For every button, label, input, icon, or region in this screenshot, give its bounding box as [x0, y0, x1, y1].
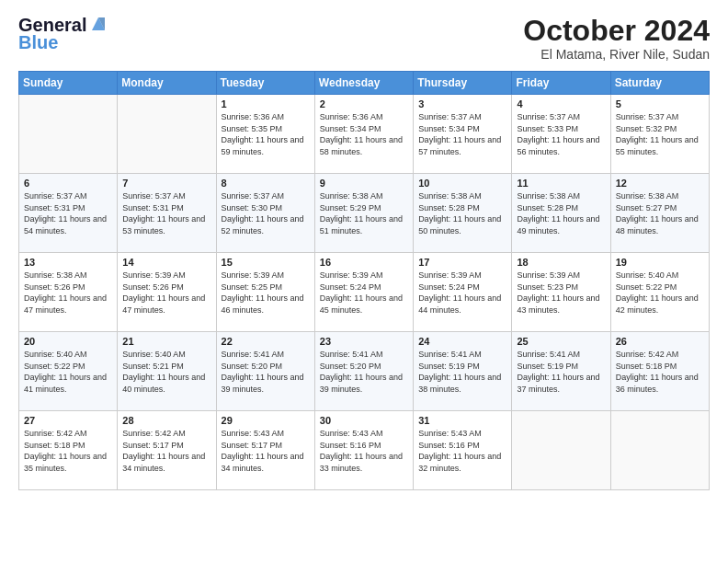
calendar-cell: 11Sunrise: 5:38 AMSunset: 5:28 PMDayligh… [512, 174, 610, 253]
calendar-cell: 8Sunrise: 5:37 AMSunset: 5:30 PMDaylight… [216, 174, 314, 253]
cell-content: Sunrise: 5:37 AMSunset: 5:34 PMDaylight:… [418, 111, 506, 157]
calendar-cell: 12Sunrise: 5:38 AMSunset: 5:27 PMDayligh… [610, 174, 709, 253]
logo: General Blue [18, 15, 108, 53]
calendar-cell: 9Sunrise: 5:38 AMSunset: 5:29 PMDaylight… [314, 174, 413, 253]
day-number: 9 [320, 178, 408, 189]
cell-content: Sunrise: 5:36 AMSunset: 5:35 PMDaylight:… [222, 111, 310, 157]
day-number: 24 [418, 336, 506, 347]
cell-content: Sunrise: 5:37 AMSunset: 5:31 PMDaylight:… [24, 190, 112, 236]
day-number: 3 [418, 98, 506, 109]
calendar-week-1: 1Sunrise: 5:36 AMSunset: 5:35 PMDaylight… [19, 95, 710, 174]
cell-content: Sunrise: 5:38 AMSunset: 5:27 PMDaylight:… [616, 190, 704, 236]
calendar-cell: 16Sunrise: 5:39 AMSunset: 5:24 PMDayligh… [314, 253, 413, 332]
cell-content: Sunrise: 5:42 AMSunset: 5:18 PMDaylight:… [616, 349, 704, 395]
cell-content: Sunrise: 5:39 AMSunset: 5:23 PMDaylight:… [517, 270, 605, 316]
day-number: 6 [24, 178, 112, 189]
page-header: General Blue October 2024 El Matama, Riv… [18, 15, 710, 62]
cell-content: Sunrise: 5:37 AMSunset: 5:32 PMDaylight:… [616, 111, 704, 157]
calendar-week-3: 13Sunrise: 5:38 AMSunset: 5:26 PMDayligh… [19, 253, 710, 332]
cell-content: Sunrise: 5:41 AMSunset: 5:19 PMDaylight:… [418, 349, 506, 395]
calendar-week-2: 6Sunrise: 5:37 AMSunset: 5:31 PMDaylight… [19, 174, 710, 253]
calendar-header-row: SundayMondayTuesdayWednesdayThursdayFrid… [19, 72, 710, 95]
cell-content: Sunrise: 5:39 AMSunset: 5:24 PMDaylight:… [320, 270, 408, 316]
cell-content: Sunrise: 5:37 AMSunset: 5:30 PMDaylight:… [222, 190, 310, 236]
calendar-cell: 29Sunrise: 5:43 AMSunset: 5:17 PMDayligh… [216, 411, 314, 490]
cell-content: Sunrise: 5:41 AMSunset: 5:20 PMDaylight:… [320, 349, 408, 395]
day-number: 20 [24, 336, 112, 347]
cell-content: Sunrise: 5:38 AMSunset: 5:28 PMDaylight:… [517, 190, 605, 236]
cell-content: Sunrise: 5:41 AMSunset: 5:20 PMDaylight:… [222, 349, 310, 395]
calendar-cell: 2Sunrise: 5:36 AMSunset: 5:34 PMDaylight… [314, 95, 413, 174]
header-saturday: Saturday [610, 72, 709, 95]
day-number: 15 [222, 257, 310, 268]
cell-content: Sunrise: 5:39 AMSunset: 5:24 PMDaylight:… [418, 270, 506, 316]
day-number: 14 [122, 257, 210, 268]
day-number: 25 [517, 336, 605, 347]
cell-content: Sunrise: 5:37 AMSunset: 5:31 PMDaylight:… [122, 190, 210, 236]
day-number: 18 [517, 257, 605, 268]
location: El Matama, River Nile, Sudan [523, 47, 710, 62]
cell-content: Sunrise: 5:39 AMSunset: 5:26 PMDaylight:… [122, 270, 210, 316]
day-number: 23 [320, 336, 408, 347]
calendar-cell [19, 95, 118, 174]
day-number: 13 [24, 257, 112, 268]
cell-content: Sunrise: 5:43 AMSunset: 5:17 PMDaylight:… [222, 428, 310, 474]
cell-content: Sunrise: 5:43 AMSunset: 5:16 PMDaylight:… [418, 428, 506, 474]
calendar-cell: 25Sunrise: 5:41 AMSunset: 5:19 PMDayligh… [512, 332, 610, 411]
day-number: 7 [122, 178, 210, 189]
calendar-cell: 6Sunrise: 5:37 AMSunset: 5:31 PMDaylight… [19, 174, 118, 253]
calendar-cell [610, 411, 709, 490]
cell-content: Sunrise: 5:43 AMSunset: 5:16 PMDaylight:… [320, 428, 408, 474]
calendar-cell: 14Sunrise: 5:39 AMSunset: 5:26 PMDayligh… [118, 253, 216, 332]
cell-content: Sunrise: 5:36 AMSunset: 5:34 PMDaylight:… [320, 111, 408, 157]
day-number: 28 [122, 415, 210, 426]
header-thursday: Thursday [414, 72, 512, 95]
cell-content: Sunrise: 5:40 AMSunset: 5:21 PMDaylight:… [122, 349, 210, 395]
title-block: October 2024 El Matama, River Nile, Suda… [523, 15, 710, 62]
calendar-cell: 21Sunrise: 5:40 AMSunset: 5:21 PMDayligh… [118, 332, 216, 411]
cell-content: Sunrise: 5:38 AMSunset: 5:29 PMDaylight:… [320, 190, 408, 236]
calendar-week-4: 20Sunrise: 5:40 AMSunset: 5:22 PMDayligh… [19, 332, 710, 411]
day-number: 17 [418, 257, 506, 268]
calendar-cell: 18Sunrise: 5:39 AMSunset: 5:23 PMDayligh… [512, 253, 610, 332]
calendar-cell: 28Sunrise: 5:42 AMSunset: 5:17 PMDayligh… [118, 411, 216, 490]
calendar-cell: 30Sunrise: 5:43 AMSunset: 5:16 PMDayligh… [314, 411, 413, 490]
calendar-body: 1Sunrise: 5:36 AMSunset: 5:35 PMDaylight… [19, 95, 710, 490]
calendar-cell: 5Sunrise: 5:37 AMSunset: 5:32 PMDaylight… [610, 95, 709, 174]
day-number: 22 [222, 336, 310, 347]
cell-content: Sunrise: 5:38 AMSunset: 5:28 PMDaylight:… [418, 190, 506, 236]
day-number: 30 [320, 415, 408, 426]
calendar-cell: 3Sunrise: 5:37 AMSunset: 5:34 PMDaylight… [414, 95, 512, 174]
calendar-table: SundayMondayTuesdayWednesdayThursdayFrid… [18, 71, 710, 490]
day-number: 5 [616, 98, 704, 109]
day-number: 19 [616, 257, 704, 268]
calendar-cell: 4Sunrise: 5:37 AMSunset: 5:33 PMDaylight… [512, 95, 610, 174]
header-wednesday: Wednesday [314, 72, 413, 95]
calendar-cell: 24Sunrise: 5:41 AMSunset: 5:19 PMDayligh… [414, 332, 512, 411]
calendar-cell: 10Sunrise: 5:38 AMSunset: 5:28 PMDayligh… [414, 174, 512, 253]
day-number: 11 [517, 178, 605, 189]
calendar-cell [118, 95, 216, 174]
calendar-cell: 19Sunrise: 5:40 AMSunset: 5:22 PMDayligh… [610, 253, 709, 332]
day-number: 16 [320, 257, 408, 268]
day-number: 26 [616, 336, 704, 347]
day-number: 1 [222, 98, 310, 109]
calendar-cell: 31Sunrise: 5:43 AMSunset: 5:16 PMDayligh… [414, 411, 512, 490]
cell-content: Sunrise: 5:42 AMSunset: 5:17 PMDaylight:… [122, 428, 210, 474]
month-title: October 2024 [523, 15, 710, 47]
day-number: 21 [122, 336, 210, 347]
header-sunday: Sunday [19, 72, 118, 95]
day-number: 8 [222, 178, 310, 189]
day-number: 10 [418, 178, 506, 189]
day-number: 29 [222, 415, 310, 426]
calendar-cell: 26Sunrise: 5:42 AMSunset: 5:18 PMDayligh… [610, 332, 709, 411]
calendar-cell: 22Sunrise: 5:41 AMSunset: 5:20 PMDayligh… [216, 332, 314, 411]
day-number: 27 [24, 415, 112, 426]
cell-content: Sunrise: 5:40 AMSunset: 5:22 PMDaylight:… [616, 270, 704, 316]
calendar-cell: 13Sunrise: 5:38 AMSunset: 5:26 PMDayligh… [19, 253, 118, 332]
cell-content: Sunrise: 5:40 AMSunset: 5:22 PMDaylight:… [24, 349, 112, 395]
calendar-cell: 7Sunrise: 5:37 AMSunset: 5:31 PMDaylight… [118, 174, 216, 253]
day-number: 12 [616, 178, 704, 189]
header-friday: Friday [512, 72, 610, 95]
day-number: 31 [418, 415, 506, 426]
